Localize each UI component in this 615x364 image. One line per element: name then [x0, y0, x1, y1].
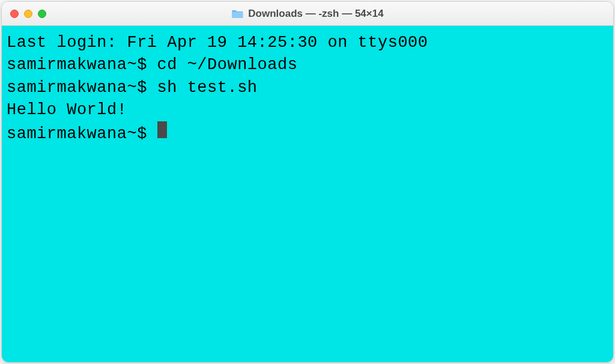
- current-prompt-line: samirmakwana~$: [7, 121, 608, 145]
- folder-icon: [231, 9, 243, 19]
- prompt-prefix: samirmakwana~$: [7, 54, 157, 76]
- terminal-window: Downloads — -zsh — 54×14 Last login: Fri…: [1, 1, 614, 363]
- terminal-body[interactable]: Last login: Fri Apr 19 14:25:30 on ttys0…: [2, 26, 613, 362]
- close-icon[interactable]: [10, 10, 19, 18]
- command-line-2: samirmakwana~$ sh test.sh: [7, 77, 608, 99]
- minimize-icon[interactable]: [24, 10, 32, 18]
- window-title-container: Downloads — -zsh — 54×14: [231, 8, 383, 20]
- command-text: cd ~/Downloads: [157, 54, 298, 76]
- traffic-lights: [10, 10, 46, 18]
- titlebar: Downloads — -zsh — 54×14: [2, 2, 613, 26]
- output-line: Hello World!: [7, 99, 608, 121]
- last-login-line: Last login: Fri Apr 19 14:25:30 on ttys0…: [7, 32, 608, 54]
- maximize-icon[interactable]: [38, 10, 46, 18]
- cursor-icon: [157, 121, 167, 138]
- prompt-prefix: samirmakwana~$: [7, 77, 157, 99]
- command-line-1: samirmakwana~$ cd ~/Downloads: [7, 54, 608, 76]
- command-text: sh test.sh: [157, 77, 258, 99]
- prompt-prefix: samirmakwana~$: [7, 123, 157, 145]
- window-title: Downloads — -zsh — 54×14: [248, 8, 383, 20]
